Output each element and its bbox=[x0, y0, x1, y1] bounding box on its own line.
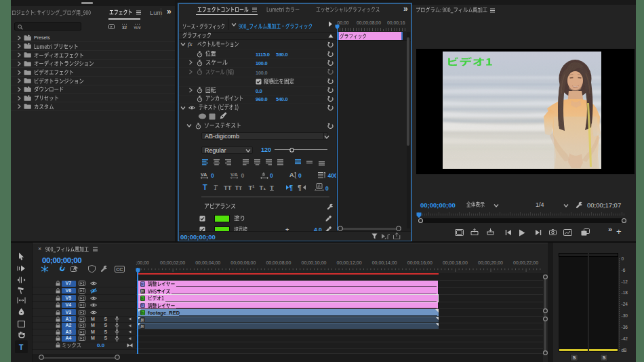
svg-text:¶: ¶ bbox=[298, 184, 302, 191]
svg-text:CC: CC bbox=[116, 267, 123, 272]
svg-text:VA: VA bbox=[201, 172, 207, 177]
svg-text:V⁄A: V⁄A bbox=[230, 172, 238, 177]
svg-text:¶: ¶ bbox=[289, 184, 294, 191]
svg-text:A: A bbox=[289, 172, 294, 178]
